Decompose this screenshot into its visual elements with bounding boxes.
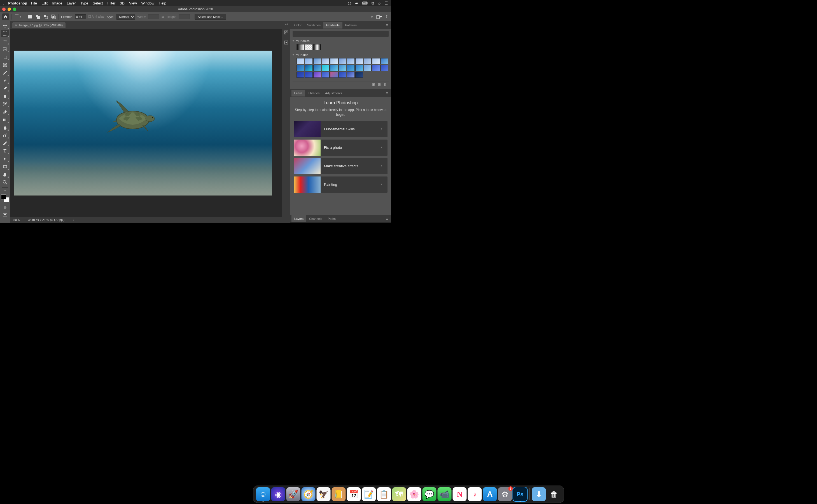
- gradient-swatch[interactable]: [347, 58, 355, 64]
- gradient-swatch[interactable]: [305, 65, 313, 71]
- tool-preset-picker[interactable]: ▾: [14, 14, 22, 20]
- tab-layers[interactable]: Layers: [292, 215, 306, 222]
- gradient-swatch[interactable]: [355, 72, 363, 78]
- share-icon[interactable]: ⇪: [385, 14, 389, 19]
- menu-file[interactable]: File: [31, 1, 37, 5]
- gradient-swatch[interactable]: [313, 65, 321, 71]
- menu-3d[interactable]: 3D: [120, 1, 124, 5]
- tab-adjustments[interactable]: Adjustments: [322, 90, 345, 96]
- menu-view[interactable]: View: [129, 1, 137, 5]
- gradient-swatch[interactable]: [297, 72, 304, 78]
- gradient-swatch[interactable]: [355, 65, 363, 71]
- creative-cloud-icon[interactable]: ◎: [348, 1, 351, 5]
- minimize-window-button[interactable]: [8, 8, 11, 11]
- gradient-swatch[interactable]: [297, 65, 304, 71]
- canvas-viewport[interactable]: [10, 29, 282, 217]
- eraser-tool[interactable]: [1, 109, 9, 115]
- gradient-swatch[interactable]: [381, 58, 388, 64]
- rectangle-tool[interactable]: [1, 163, 9, 170]
- select-and-mask-button[interactable]: Select and Mask...: [194, 14, 226, 20]
- gradient-swatch[interactable]: [313, 58, 321, 64]
- status-zoom[interactable]: 50%: [13, 218, 20, 222]
- panel-menu-icon[interactable]: ≡: [384, 23, 390, 27]
- gradient-folder[interactable]: ▾ 🗀 Blues: [293, 53, 389, 57]
- gradient-swatch[interactable]: [339, 72, 346, 78]
- path-selection-tool[interactable]: [1, 156, 9, 162]
- history-brush-tool[interactable]: [1, 101, 9, 107]
- learn-item[interactable]: Fix a photo〉: [294, 140, 388, 156]
- app-menu[interactable]: Photoshop: [8, 1, 27, 5]
- zoom-tool[interactable]: [1, 179, 9, 186]
- edit-toolbar-icon[interactable]: •••: [4, 189, 6, 192]
- style-select[interactable]: Normal: [116, 14, 135, 20]
- control-center-icon[interactable]: ☰: [384, 1, 388, 5]
- screen-mode-toggle[interactable]: [1, 212, 9, 218]
- gradient-swatch[interactable]: [297, 44, 304, 50]
- menu-type[interactable]: Type: [80, 1, 88, 5]
- selection-subtract-icon[interactable]: [43, 14, 48, 20]
- notification-icon[interactable]: ▰: [355, 1, 358, 5]
- gradient-swatch[interactable]: [381, 65, 388, 71]
- gradient-swatch[interactable]: [313, 72, 321, 78]
- tab-libraries[interactable]: Libraries: [305, 90, 322, 96]
- learn-item[interactable]: Painting〉: [294, 176, 388, 193]
- menu-edit[interactable]: Edit: [41, 1, 48, 5]
- menu-layer[interactable]: Layer: [67, 1, 76, 5]
- panel-menu-icon[interactable]: ≡: [384, 91, 390, 95]
- gradient-tool[interactable]: [1, 116, 9, 123]
- gradient-swatch[interactable]: [347, 65, 355, 71]
- tab-learn[interactable]: Learn: [292, 90, 305, 96]
- panel-menu-icon[interactable]: ≡: [384, 216, 390, 221]
- tab-paths[interactable]: Paths: [325, 215, 339, 222]
- gradient-search-input[interactable]: [293, 31, 389, 37]
- canvas[interactable]: [14, 51, 272, 196]
- tab-gradients[interactable]: Gradients: [323, 22, 342, 29]
- gradient-swatch[interactable]: [372, 58, 380, 64]
- close-tab-icon[interactable]: ×: [15, 23, 17, 27]
- gradient-swatch[interactable]: [364, 58, 372, 64]
- gradient-swatch[interactable]: [364, 65, 372, 71]
- gradient-save-folder-icon[interactable]: ▣: [372, 83, 375, 86]
- hand-tool[interactable]: [1, 171, 9, 178]
- menu-filter[interactable]: Filter: [107, 1, 115, 5]
- gradient-delete-icon[interactable]: 🗑: [384, 83, 387, 86]
- gradient-swatch[interactable]: [330, 58, 338, 64]
- selection-add-icon[interactable]: [35, 14, 41, 20]
- learn-item[interactable]: Fundamental Skills〉: [294, 121, 388, 137]
- blur-tool[interactable]: [1, 124, 9, 131]
- menu-image[interactable]: Image: [52, 1, 62, 5]
- selection-new-icon[interactable]: [27, 14, 33, 20]
- pen-tool[interactable]: [1, 140, 9, 147]
- crop-tool[interactable]: [1, 54, 9, 60]
- home-button[interactable]: [2, 13, 9, 20]
- gradient-swatch[interactable]: [322, 58, 330, 64]
- tab-patterns[interactable]: Patterns: [342, 22, 360, 29]
- tab-swatches[interactable]: Swatches: [304, 22, 323, 29]
- properties-panel-icon[interactable]: [283, 39, 289, 46]
- gradient-swatch[interactable]: [322, 72, 330, 78]
- gradient-swatch[interactable]: [339, 65, 346, 71]
- dodge-tool[interactable]: [1, 132, 9, 139]
- gradient-swatch[interactable]: [355, 58, 363, 64]
- learn-item[interactable]: Make creative effects〉: [294, 158, 388, 174]
- gradient-swatch[interactable]: [305, 72, 313, 78]
- gradient-swatch[interactable]: [305, 58, 313, 64]
- menu-window[interactable]: Window: [141, 1, 154, 5]
- healing-brush-tool[interactable]: [1, 77, 9, 84]
- maximize-window-button[interactable]: [13, 8, 16, 11]
- gradient-swatch[interactable]: [330, 65, 338, 71]
- clone-stamp-tool[interactable]: [1, 93, 9, 100]
- feather-input[interactable]: [75, 14, 86, 19]
- foreground-background-colors[interactable]: [1, 194, 9, 202]
- apple-menu-icon[interactable]: : [3, 1, 4, 5]
- gradient-swatch[interactable]: [313, 44, 321, 50]
- gradient-swatch[interactable]: [347, 72, 355, 78]
- gradient-new-icon[interactable]: ⊞: [378, 83, 381, 86]
- search-icon[interactable]: ⌕: [371, 14, 373, 19]
- gradient-swatch[interactable]: [339, 58, 346, 64]
- foreground-color-swatch[interactable]: [1, 194, 6, 199]
- gradient-swatch[interactable]: [322, 65, 330, 71]
- tab-color[interactable]: Color: [292, 22, 304, 29]
- gradient-swatch[interactable]: [297, 58, 304, 64]
- marquee-tool[interactable]: [1, 30, 9, 37]
